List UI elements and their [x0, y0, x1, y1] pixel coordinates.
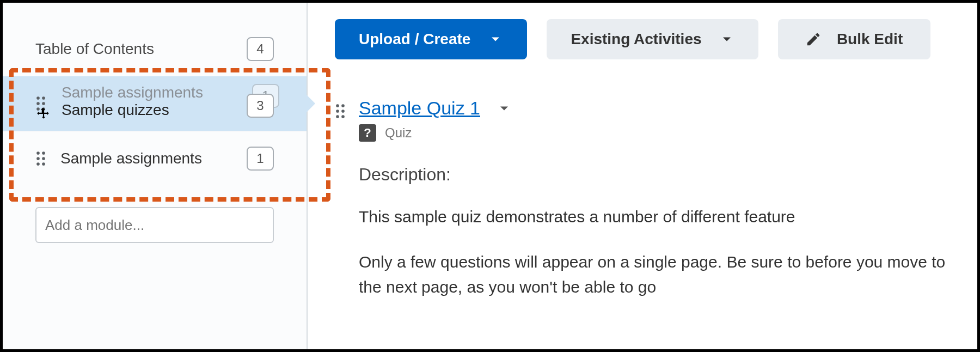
description-paragraph-1: This sample quiz demonstrates a number o…: [359, 204, 958, 230]
svg-point-13: [341, 104, 345, 107]
upload-create-button[interactable]: Upload / Create: [335, 19, 527, 59]
quiz-type-icon: ?: [359, 124, 376, 142]
module-count-badge: 1: [247, 147, 274, 171]
svg-point-0: [36, 96, 40, 100]
description-heading: Description:: [359, 165, 958, 185]
svg-point-10: [36, 162, 40, 166]
description-paragraph-2: Only a few questions will appear on a si…: [359, 250, 958, 300]
upload-create-label: Upload / Create: [359, 31, 470, 48]
sidebar-module-assignments[interactable]: Sample assignments 1: [3, 131, 307, 185]
toc-count-badge: 4: [247, 37, 274, 61]
drag-handle-icon[interactable]: [335, 103, 346, 119]
existing-activities-button[interactable]: Existing Activities: [547, 19, 758, 59]
bulk-edit-label: Bulk Edit: [837, 31, 903, 48]
bulk-edit-button[interactable]: Bulk Edit: [778, 19, 930, 59]
module-ghost-label: Sample assignments: [62, 84, 203, 101]
svg-point-17: [341, 115, 345, 118]
toc-header[interactable]: Table of Contents 4: [3, 33, 307, 65]
chevron-down-icon: [488, 32, 503, 47]
svg-point-11: [42, 162, 45, 166]
svg-point-16: [336, 115, 339, 118]
svg-point-15: [341, 110, 345, 113]
svg-point-3: [42, 102, 45, 105]
module-label: Sample assignments: [60, 150, 202, 167]
module-drag-count: 3: [247, 94, 274, 118]
quiz-type-label: Quiz: [385, 125, 412, 141]
svg-point-14: [336, 110, 339, 113]
toolbar: Upload / Create Existing Activities Bulk…: [335, 19, 977, 59]
svg-point-1: [42, 96, 45, 100]
toc-label: Table of Contents: [35, 40, 154, 58]
svg-point-2: [36, 102, 40, 105]
sidebar: Table of Contents 4 Sample assignments 1…: [3, 3, 308, 349]
svg-point-12: [336, 104, 339, 107]
drag-handle-icon[interactable]: [35, 150, 46, 167]
svg-point-8: [36, 157, 40, 160]
svg-point-7: [42, 151, 45, 155]
svg-point-9: [42, 157, 45, 160]
svg-point-6: [36, 151, 40, 155]
main-content: Upload / Create Existing Activities Bulk…: [308, 3, 977, 349]
content-topic: Sample Quiz 1 ? Quiz Description: This s…: [335, 98, 977, 300]
add-module-input[interactable]: [45, 217, 264, 234]
add-module-field[interactable]: [35, 207, 274, 243]
sidebar-module-dragging[interactable]: Sample assignments 1 Sample quizzes 3: [3, 76, 307, 131]
move-cursor-icon: [36, 107, 51, 125]
chevron-down-icon[interactable]: [497, 101, 512, 116]
topic-title-link[interactable]: Sample Quiz 1: [359, 98, 480, 119]
existing-activities-label: Existing Activities: [571, 31, 701, 48]
chevron-down-icon: [719, 32, 734, 47]
module-drag-label: Sample quizzes: [62, 102, 169, 118]
edit-icon: [805, 31, 822, 47]
